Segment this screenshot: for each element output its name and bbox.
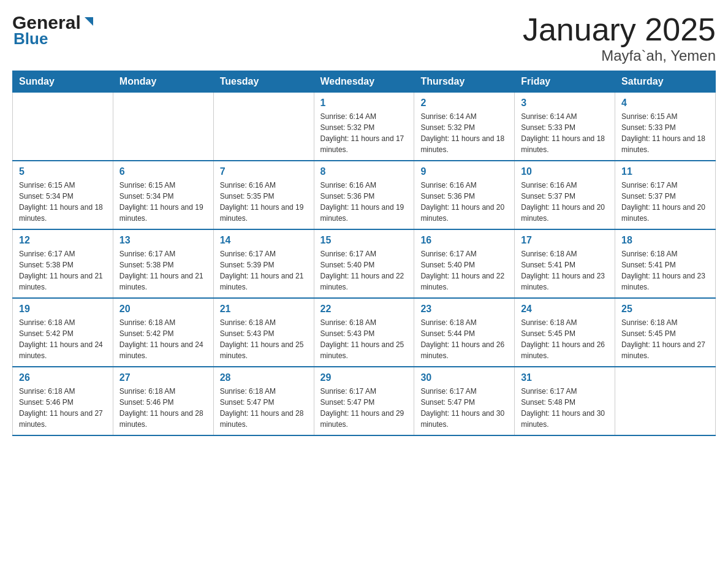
- calendar-table: SundayMondayTuesdayWednesdayThursdayFrid…: [12, 71, 716, 436]
- day-info: Sunrise: 6:17 AM Sunset: 5:48 PM Dayligh…: [521, 386, 609, 430]
- day-info: Sunrise: 6:16 AM Sunset: 5:37 PM Dayligh…: [521, 180, 609, 224]
- day-number: 28: [220, 372, 308, 383]
- calendar-week-row: 1Sunrise: 6:14 AM Sunset: 5:32 PM Daylig…: [13, 93, 716, 161]
- calendar-day-13: 13Sunrise: 6:17 AM Sunset: 5:38 PM Dayli…: [113, 229, 213, 298]
- header-day-friday: Friday: [515, 71, 615, 93]
- calendar-day-27: 27Sunrise: 6:18 AM Sunset: 5:46 PM Dayli…: [113, 367, 213, 435]
- day-info: Sunrise: 6:17 AM Sunset: 5:40 PM Dayligh…: [420, 248, 508, 293]
- calendar-day-22: 22Sunrise: 6:18 AM Sunset: 5:43 PM Dayli…: [314, 298, 414, 367]
- day-number: 4: [621, 98, 709, 109]
- day-info: Sunrise: 6:17 AM Sunset: 5:38 PM Dayligh…: [119, 248, 207, 293]
- day-info: Sunrise: 6:16 AM Sunset: 5:35 PM Dayligh…: [220, 180, 308, 224]
- calendar-day-11: 11Sunrise: 6:17 AM Sunset: 5:37 PM Dayli…: [615, 161, 716, 229]
- day-number: 9: [420, 166, 508, 177]
- calendar-day-empty: [615, 367, 716, 435]
- day-number: 14: [220, 235, 308, 246]
- calendar-day-5: 5Sunrise: 6:15 AM Sunset: 5:34 PM Daylig…: [13, 161, 113, 229]
- calendar-day-12: 12Sunrise: 6:17 AM Sunset: 5:38 PM Dayli…: [13, 229, 113, 298]
- calendar-subtitle: Mayfa`ah, Yemen: [523, 47, 716, 64]
- calendar-header-row: SundayMondayTuesdayWednesdayThursdayFrid…: [13, 71, 716, 93]
- calendar-day-empty: [13, 93, 113, 161]
- svg-marker-0: [85, 17, 93, 26]
- day-number: 22: [320, 304, 408, 315]
- header-day-sunday: Sunday: [13, 71, 113, 93]
- day-info: Sunrise: 6:15 AM Sunset: 5:33 PM Dayligh…: [621, 111, 709, 155]
- page-header: General Blue January 2025 Mayfa`ah, Yeme…: [12, 12, 716, 64]
- calendar-title: January 2025: [523, 12, 716, 47]
- day-info: Sunrise: 6:14 AM Sunset: 5:32 PM Dayligh…: [420, 111, 508, 155]
- day-number: 3: [521, 98, 609, 109]
- day-info: Sunrise: 6:14 AM Sunset: 5:33 PM Dayligh…: [521, 111, 609, 155]
- day-number: 8: [320, 166, 408, 177]
- day-info: Sunrise: 6:18 AM Sunset: 5:45 PM Dayligh…: [621, 317, 709, 361]
- logo: General Blue: [12, 12, 96, 48]
- calendar-day-empty: [213, 93, 314, 161]
- calendar-day-2: 2Sunrise: 6:14 AM Sunset: 5:32 PM Daylig…: [414, 93, 515, 161]
- day-number: 6: [119, 166, 207, 177]
- calendar-day-20: 20Sunrise: 6:18 AM Sunset: 5:42 PM Dayli…: [113, 298, 213, 367]
- day-number: 27: [119, 372, 207, 383]
- day-number: 10: [521, 166, 609, 177]
- day-number: 7: [220, 166, 308, 177]
- day-info: Sunrise: 6:18 AM Sunset: 5:46 PM Dayligh…: [19, 386, 107, 430]
- day-number: 5: [19, 166, 107, 177]
- header-day-tuesday: Tuesday: [213, 71, 314, 93]
- logo-blue: Blue: [12, 29, 48, 48]
- calendar-day-16: 16Sunrise: 6:17 AM Sunset: 5:40 PM Dayli…: [414, 229, 515, 298]
- day-number: 13: [119, 235, 207, 246]
- day-info: Sunrise: 6:17 AM Sunset: 5:47 PM Dayligh…: [420, 386, 508, 430]
- calendar-day-29: 29Sunrise: 6:17 AM Sunset: 5:47 PM Dayli…: [314, 367, 414, 435]
- day-info: Sunrise: 6:18 AM Sunset: 5:41 PM Dayligh…: [521, 248, 609, 293]
- calendar-day-8: 8Sunrise: 6:16 AM Sunset: 5:36 PM Daylig…: [314, 161, 414, 229]
- day-number: 19: [19, 304, 107, 315]
- header-day-thursday: Thursday: [414, 71, 515, 93]
- calendar-day-6: 6Sunrise: 6:15 AM Sunset: 5:34 PM Daylig…: [113, 161, 213, 229]
- calendar-day-28: 28Sunrise: 6:18 AM Sunset: 5:47 PM Dayli…: [213, 367, 314, 435]
- day-info: Sunrise: 6:18 AM Sunset: 5:45 PM Dayligh…: [521, 317, 609, 361]
- day-number: 15: [320, 235, 408, 246]
- day-info: Sunrise: 6:18 AM Sunset: 5:42 PM Dayligh…: [19, 317, 107, 361]
- day-number: 31: [521, 372, 609, 383]
- day-info: Sunrise: 6:18 AM Sunset: 5:41 PM Dayligh…: [621, 248, 709, 293]
- day-number: 26: [19, 372, 107, 383]
- day-number: 29: [320, 372, 408, 383]
- day-number: 20: [119, 304, 207, 315]
- calendar-week-row: 19Sunrise: 6:18 AM Sunset: 5:42 PM Dayli…: [13, 298, 716, 367]
- header-day-wednesday: Wednesday: [314, 71, 414, 93]
- calendar-day-18: 18Sunrise: 6:18 AM Sunset: 5:41 PM Dayli…: [615, 229, 716, 298]
- header-day-monday: Monday: [113, 71, 213, 93]
- day-info: Sunrise: 6:17 AM Sunset: 5:40 PM Dayligh…: [320, 248, 408, 293]
- day-number: 12: [19, 235, 107, 246]
- day-info: Sunrise: 6:17 AM Sunset: 5:37 PM Dayligh…: [621, 180, 709, 224]
- calendar-day-14: 14Sunrise: 6:17 AM Sunset: 5:39 PM Dayli…: [213, 229, 314, 298]
- calendar-day-3: 3Sunrise: 6:14 AM Sunset: 5:33 PM Daylig…: [515, 93, 615, 161]
- day-info: Sunrise: 6:17 AM Sunset: 5:47 PM Dayligh…: [320, 386, 408, 430]
- calendar-day-17: 17Sunrise: 6:18 AM Sunset: 5:41 PM Dayli…: [515, 229, 615, 298]
- day-number: 2: [420, 98, 508, 109]
- day-number: 24: [521, 304, 609, 315]
- calendar-day-7: 7Sunrise: 6:16 AM Sunset: 5:35 PM Daylig…: [213, 161, 314, 229]
- day-info: Sunrise: 6:17 AM Sunset: 5:39 PM Dayligh…: [220, 248, 308, 293]
- calendar-day-empty: [113, 93, 213, 161]
- calendar-day-10: 10Sunrise: 6:16 AM Sunset: 5:37 PM Dayli…: [515, 161, 615, 229]
- calendar-day-26: 26Sunrise: 6:18 AM Sunset: 5:46 PM Dayli…: [13, 367, 113, 435]
- header-day-saturday: Saturday: [615, 71, 716, 93]
- day-info: Sunrise: 6:18 AM Sunset: 5:46 PM Dayligh…: [119, 386, 207, 430]
- calendar-day-31: 31Sunrise: 6:17 AM Sunset: 5:48 PM Dayli…: [515, 367, 615, 435]
- calendar-day-15: 15Sunrise: 6:17 AM Sunset: 5:40 PM Dayli…: [314, 229, 414, 298]
- calendar-day-30: 30Sunrise: 6:17 AM Sunset: 5:47 PM Dayli…: [414, 367, 515, 435]
- day-info: Sunrise: 6:18 AM Sunset: 5:42 PM Dayligh…: [119, 317, 207, 361]
- calendar-week-row: 5Sunrise: 6:15 AM Sunset: 5:34 PM Daylig…: [13, 161, 716, 229]
- day-number: 16: [420, 235, 508, 246]
- day-info: Sunrise: 6:18 AM Sunset: 5:44 PM Dayligh…: [420, 317, 508, 361]
- day-info: Sunrise: 6:15 AM Sunset: 5:34 PM Dayligh…: [19, 180, 107, 224]
- day-number: 11: [621, 166, 709, 177]
- day-number: 18: [621, 235, 709, 246]
- day-info: Sunrise: 6:14 AM Sunset: 5:32 PM Dayligh…: [320, 111, 408, 155]
- calendar-day-4: 4Sunrise: 6:15 AM Sunset: 5:33 PM Daylig…: [615, 93, 716, 161]
- calendar-day-21: 21Sunrise: 6:18 AM Sunset: 5:43 PM Dayli…: [213, 298, 314, 367]
- day-info: Sunrise: 6:16 AM Sunset: 5:36 PM Dayligh…: [420, 180, 508, 224]
- day-info: Sunrise: 6:17 AM Sunset: 5:38 PM Dayligh…: [19, 248, 107, 293]
- day-number: 23: [420, 304, 508, 315]
- calendar-week-row: 26Sunrise: 6:18 AM Sunset: 5:46 PM Dayli…: [13, 367, 716, 435]
